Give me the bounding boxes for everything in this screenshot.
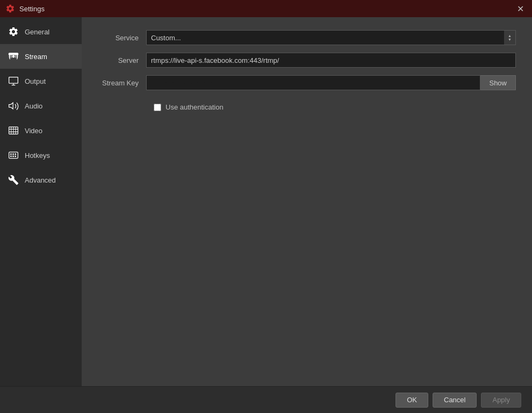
settings-icon	[5, 4, 15, 13]
sidebar-label-hotkeys: Hotkeys	[25, 151, 50, 160]
apply-button[interactable]: Apply	[481, 393, 521, 408]
advanced-icon	[8, 174, 19, 186]
stream-icon	[8, 50, 19, 62]
sidebar-item-general[interactable]: General	[0, 19, 82, 44]
gear-icon	[8, 26, 19, 38]
svg-rect-14	[12, 154, 14, 155]
server-label: Server	[98, 56, 146, 64]
sidebar-label-general: General	[25, 28, 49, 36]
sidebar-label-output: Output	[25, 77, 46, 85]
title-bar: Settings ✕	[0, 0, 532, 17]
output-icon	[8, 75, 19, 87]
server-input[interactable]	[146, 53, 516, 68]
sidebar-item-audio[interactable]: Audio	[0, 93, 82, 118]
sidebar-label-video: Video	[25, 127, 42, 135]
sidebar-item-stream[interactable]: Stream	[0, 44, 82, 69]
service-row: Service Custom... ▲ ▼	[98, 30, 516, 45]
ok-button[interactable]: OK	[396, 393, 428, 408]
window-title: Settings	[19, 5, 45, 13]
svg-marker-5	[9, 103, 13, 109]
close-button[interactable]: ✕	[514, 2, 527, 15]
title-bar-left: Settings	[5, 4, 45, 13]
use-auth-row: Use authentication	[154, 103, 516, 111]
hotkeys-icon	[8, 149, 19, 161]
audio-icon	[8, 100, 19, 112]
svg-rect-13	[10, 154, 12, 155]
sidebar-item-video[interactable]: Video	[0, 118, 82, 143]
show-button[interactable]: Show	[480, 75, 516, 90]
content-area: General	[0, 17, 532, 386]
use-auth-checkbox[interactable]	[154, 104, 161, 111]
service-select-wrapper: Custom... ▲ ▼	[146, 30, 516, 45]
footer: OK Cancel Apply	[0, 386, 532, 413]
stream-key-input[interactable]	[146, 75, 480, 90]
svg-rect-16	[10, 156, 12, 157]
sidebar-label-audio: Audio	[25, 102, 42, 110]
svg-point-1	[13, 56, 15, 57]
sidebar-label-advanced: Advanced	[25, 176, 56, 184]
service-select[interactable]: Custom...	[146, 30, 516, 45]
sidebar-item-advanced[interactable]: Advanced	[0, 168, 82, 192]
sidebar-label-stream: Stream	[25, 53, 47, 61]
main-panel: Service Custom... ▲ ▼ Server Stre	[82, 17, 532, 386]
svg-rect-2	[9, 77, 18, 84]
service-label: Service	[98, 34, 146, 42]
stream-key-label: Stream Key	[98, 79, 146, 87]
svg-rect-18	[15, 156, 17, 157]
sidebar: General	[0, 17, 82, 386]
cancel-button[interactable]: Cancel	[433, 393, 477, 408]
stream-key-row: Stream Key Show	[98, 75, 516, 90]
svg-rect-17	[12, 156, 14, 157]
server-row: Server	[98, 53, 516, 68]
settings-window: Settings ✕ General	[0, 0, 532, 413]
stream-key-wrapper: Show	[146, 75, 516, 90]
sidebar-item-output[interactable]: Output	[0, 69, 82, 93]
video-icon	[8, 125, 19, 136]
use-auth-label: Use authentication	[166, 103, 224, 111]
svg-rect-15	[15, 154, 17, 155]
sidebar-item-hotkeys[interactable]: Hotkeys	[0, 143, 82, 168]
svg-rect-12	[9, 152, 18, 158]
